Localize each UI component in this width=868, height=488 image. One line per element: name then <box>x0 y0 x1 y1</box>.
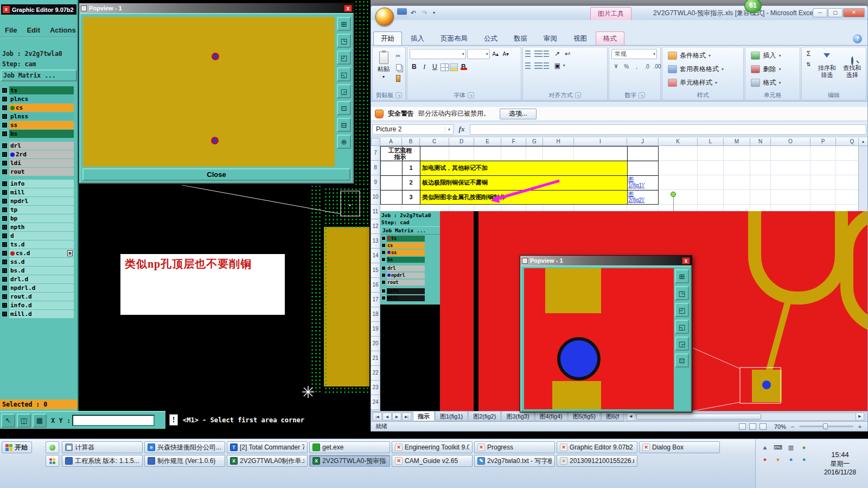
column-header[interactable]: I <box>574 138 627 146</box>
dialog-launcher-icon[interactable]: ↘ <box>395 92 402 98</box>
layer-row[interactable]: npdrl <box>381 272 441 278</box>
layer-checkbox[interactable] <box>2 294 8 300</box>
cell-item-number[interactable]: 2 <box>402 175 420 190</box>
quick-launch-icon[interactable] <box>46 455 59 467</box>
layer-cell[interactable]: d <box>9 232 74 240</box>
layer-cell[interactable]: rout <box>387 280 425 286</box>
layer-row[interactable]: ss <box>2 121 78 129</box>
layer-row[interactable]: bs.d <box>2 267 78 275</box>
layer-cell[interactable]: ts <box>9 86 74 94</box>
ribbon-tab[interactable]: 公式 <box>476 31 505 45</box>
row-header[interactable]: 14 <box>371 249 380 263</box>
layer-cell[interactable]: bp <box>9 214 74 223</box>
column-header[interactable]: A <box>380 138 402 146</box>
layer-cell[interactable]: ts.d <box>9 240 74 249</box>
sheet-tab[interactable]: 图4(fig4) <box>535 411 567 421</box>
layer-checkbox[interactable] <box>2 122 8 128</box>
name-box[interactable]: Picture 2 ▾ <box>372 124 454 135</box>
popview-tool-button[interactable]: ⊞ <box>337 17 351 31</box>
number-format-icon[interactable]: % <box>622 62 631 71</box>
cell-figure-link[interactable]: 图 2(fig2)' <box>627 190 659 205</box>
ribbon-tab[interactable]: 页面布局 <box>433 31 475 45</box>
column-header[interactable]: M <box>724 138 750 146</box>
namebox-dropdown-icon[interactable]: ▾ <box>445 127 453 132</box>
taskbar-button[interactable]: get.exe <box>309 441 390 453</box>
font-color-icon[interactable]: B <box>459 62 468 71</box>
row-header[interactable]: 9 <box>371 175 380 190</box>
layer-cell[interactable]: bs.d <box>9 267 74 275</box>
layer-checkbox[interactable] <box>381 236 386 240</box>
layer-cell[interactable]: cs <box>387 243 425 249</box>
tray-icon[interactable]: ● <box>798 442 810 453</box>
taskbar-button[interactable]: ✕ Dialog Box <box>639 441 720 453</box>
taskbar-button[interactable]: ✕ Graphic Editor 9.07b2 (0... <box>557 441 637 453</box>
sort-filter-button[interactable]: 排序和 筛选 <box>815 49 839 80</box>
layer-cell[interactable]: rout.d <box>9 293 74 301</box>
row-header[interactable]: 22 <box>371 366 380 381</box>
align-middle-icon[interactable] <box>534 50 542 57</box>
fill-color-icon[interactable] <box>450 64 458 71</box>
popview-tool-button[interactable]: ⊕ <box>337 135 351 149</box>
layer-checkbox[interactable] <box>381 289 386 293</box>
row-header[interactable]: 7 <box>371 146 380 161</box>
popview-tool-button[interactable]: ◰ <box>337 50 351 65</box>
layer-checkbox[interactable] <box>2 169 8 175</box>
taskbar-button[interactable]: ▦ 计算器 <box>62 441 143 453</box>
tray-icon[interactable]: ● <box>759 454 771 465</box>
layer-checkbox[interactable] <box>2 143 8 149</box>
layer-checkbox[interactable] <box>2 302 8 308</box>
sheet-tab[interactable]: 图1(fig1) <box>435 411 468 421</box>
security-options-button[interactable]: 选项... <box>500 109 537 119</box>
column-header[interactable]: O <box>771 138 810 146</box>
layer-cell[interactable]: mill <box>9 188 74 197</box>
dialog-launcher-icon[interactable]: ↘ <box>639 92 645 98</box>
layer-checkbox[interactable] <box>2 105 8 111</box>
taskbar-button[interactable]: ✕ Engineering Toolkit 9.07... <box>392 441 473 453</box>
layer-cell[interactable]: drl.d <box>9 275 74 283</box>
layer-checkbox[interactable] <box>2 276 8 282</box>
cell-styles-button[interactable]: 单元格样式 ▾ <box>665 76 741 90</box>
layer-checkbox[interactable] <box>381 266 386 270</box>
orientation-icon[interactable]: ↗ <box>553 49 562 58</box>
align-right-icon[interactable] <box>544 62 552 69</box>
layer-checkbox[interactable] <box>2 216 8 221</box>
font-name-select[interactable]: ▾ <box>410 49 466 59</box>
start-button[interactable]: 开始 <box>2 441 32 453</box>
layer-row[interactable]: ts.d <box>2 240 78 249</box>
layer-row[interactable]: mill.d <box>2 310 78 318</box>
dialog-launcher-icon[interactable]: ↘ <box>575 92 582 98</box>
layer-cell[interactable]: mill <box>387 295 425 301</box>
layer-checkbox[interactable] <box>2 151 8 157</box>
layer-cell[interactable]: plncs <box>9 95 74 103</box>
borders-icon[interactable] <box>441 64 449 71</box>
taskbar-button[interactable]: ≡ 20130912100155226.rtf... <box>557 455 637 467</box>
help-icon[interactable]: ? <box>853 34 862 43</box>
layer-row[interactable]: cs <box>2 104 78 112</box>
layer-cell[interactable]: info.d <box>9 301 74 309</box>
layer-row[interactable]: ss.d <box>2 258 78 266</box>
popview-tool-button[interactable]: ⊞ <box>675 269 689 283</box>
layer-checkbox[interactable] <box>381 243 386 248</box>
layer-cell[interactable]: tp <box>9 206 74 214</box>
cell-item-number[interactable]: 3 <box>402 190 420 205</box>
layer-cell[interactable]: npth <box>9 223 74 231</box>
layer-row[interactable]: rout.d <box>2 293 78 301</box>
taskbar-button[interactable]: 制作规范 (Ver:1.0.6) <box>144 455 225 467</box>
row-header[interactable]: 21 <box>371 351 380 366</box>
bold-button[interactable]: B <box>410 62 419 71</box>
taskbar-button[interactable]: X 2V2G7TWLA0-预审指... <box>309 455 390 467</box>
conditional-format-button[interactable]: 条件格式 ▾ <box>665 49 741 62</box>
scroll-up-icon[interactable]: ▲ <box>859 138 867 146</box>
layer-row[interactable]: ss <box>381 249 441 256</box>
layer-checkbox[interactable] <box>2 198 8 204</box>
close-icon[interactable]: x <box>682 257 690 264</box>
layer-row[interactable]: info <box>2 180 78 188</box>
layer-cell[interactable]: ss.d <box>9 258 74 266</box>
zoom-out-icon[interactable]: − <box>789 423 796 430</box>
menu-item[interactable]: File <box>5 26 17 34</box>
number-format-icon[interactable]: .00 <box>653 62 662 71</box>
page-layout-view-icon[interactable] <box>749 423 756 430</box>
layer-row[interactable]: plncs <box>2 95 78 103</box>
fill-icon[interactable]: ⇅ <box>804 60 813 69</box>
layer-checkbox[interactable] <box>381 273 386 277</box>
